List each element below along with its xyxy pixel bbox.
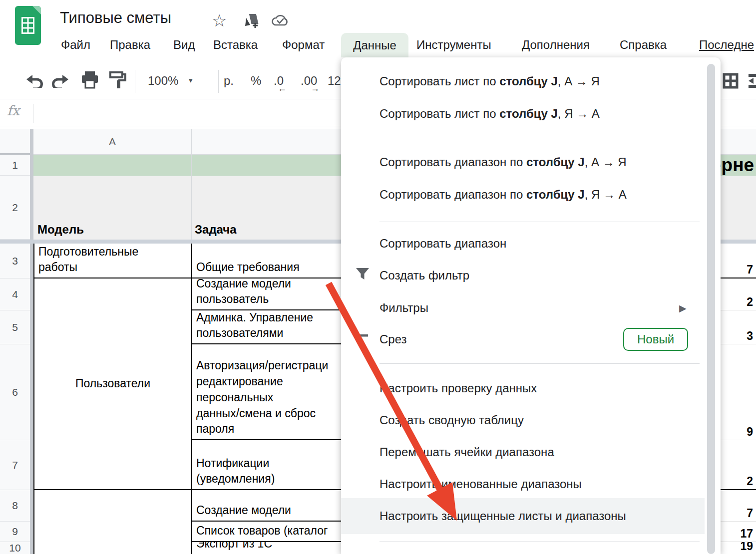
sheets-logo-icon[interactable] [15, 6, 41, 45]
menu-help[interactable]: Справка [620, 38, 667, 52]
zoom-control[interactable]: 100% [148, 74, 178, 88]
new-badge: Новый [623, 328, 688, 351]
more-formats-button[interactable]: 12 [328, 74, 341, 88]
cell-b9[interactable]: Список товаров (каталог [191, 522, 358, 542]
cell-b8[interactable]: Создание модели [191, 490, 358, 522]
increase-decimals-arrow-icon: → [311, 83, 320, 94]
cell-b7[interactable]: Нотификации (уведомления) [191, 440, 358, 490]
menu-insert[interactable]: Вставка [213, 38, 258, 52]
menu-item-text: Срез [379, 332, 407, 346]
cell-b4[interactable]: Создание модели пользователь [191, 278, 358, 310]
cell-j8[interactable]: 7 [721, 490, 756, 522]
menu-item-filters[interactable]: Фильтры ▶ [341, 292, 705, 324]
menu-item-named-ranges[interactable]: Настроить именованные диапазоны [341, 468, 705, 500]
menu-item-data-validation[interactable]: Настроить проверку данных [341, 372, 705, 404]
borders-button[interactable] [723, 73, 739, 91]
filter-icon [355, 267, 370, 284]
row-header-7[interactable]: 7 [0, 440, 30, 490]
menu-item-text-bold: столбцу J [526, 155, 585, 169]
redo-button[interactable] [51, 74, 70, 90]
row-header-2[interactable]: 2 [0, 176, 30, 240]
cell-j5[interactable]: 3 [721, 310, 756, 344]
cell-b5[interactable]: Админка. Управление пользователями [191, 310, 358, 344]
menu-item-text-bold: столбцу J [526, 188, 585, 201]
cell-j4[interactable]: 2 [721, 278, 756, 310]
toolbar-divider [218, 70, 219, 93]
cell-a4-merged[interactable]: Пользователи [33, 278, 191, 490]
menu-item-create-filter[interactable]: Создать фильтр [341, 260, 705, 291]
print-button[interactable] [81, 71, 99, 92]
menu-item-sort-sheet-za[interactable]: Сортировать лист по столбцу J, Я → А [341, 98, 705, 130]
row-header-4[interactable]: 4 [0, 278, 30, 310]
menu-scrollbar-thumb[interactable] [707, 64, 715, 554]
menu-item-protected-sheets-ranges[interactable]: Настроить защищенные листы и диапазоны [341, 498, 705, 534]
menu-data-active[interactable]: Данные [341, 33, 408, 57]
row-header-10[interactable]: 10 [0, 542, 30, 554]
cell-a3[interactable]: Подготовительные работы [33, 244, 191, 278]
slicer-icon [355, 332, 370, 346]
formula-bar-divider [33, 104, 33, 123]
cell-a8-merged[interactable] [33, 490, 191, 554]
menu-view[interactable]: Вид [173, 38, 195, 52]
menu-item-sort-range-az[interactable]: Сортировать диапазон по столбцу J, А → Я [341, 146, 705, 178]
document-title[interactable]: Типовые сметы [60, 9, 171, 27]
toolbar-divider [135, 70, 135, 93]
row-header-8[interactable]: 8 [0, 490, 30, 522]
menu-tools[interactable]: Инструменты [416, 38, 491, 52]
cell-j7[interactable]: 2 [721, 440, 756, 490]
cell-j10[interactable]: 19 [721, 542, 756, 554]
move-to-drive-icon[interactable] [243, 13, 260, 31]
menu-item-randomize-range[interactable]: Перемешать ячейки диапазона [341, 436, 705, 468]
menu-divider [379, 542, 700, 542]
cell-a2[interactable]: Модель [37, 223, 84, 237]
menu-item-pivot-table[interactable]: Создать сводную таблицу [341, 404, 705, 436]
menu-item-slicer[interactable]: Срез Новый [341, 323, 705, 355]
google-sheets-window: Типовые сметы ☆ Файл Правка Вид Вставка … [0, 0, 756, 554]
decrease-decimals-arrow-icon: ← [278, 83, 287, 94]
row-header-6[interactable]: 6 [0, 344, 30, 440]
row-header-3[interactable]: 3 [0, 244, 30, 278]
gridline [191, 155, 192, 240]
menu-edit[interactable]: Правка [110, 38, 150, 52]
menu-divider [379, 363, 700, 364]
percent-format-button[interactable]: % [251, 74, 261, 88]
cell-b6[interactable]: Авторизация/регистраци редактирование пе… [191, 344, 358, 440]
last-edit-link[interactable]: Последне [699, 38, 754, 52]
paint-format-button[interactable] [109, 71, 127, 92]
menu-file[interactable]: Файл [61, 38, 90, 52]
currency-format-button[interactable]: р. [224, 74, 234, 88]
row-header-9[interactable]: 9 [0, 522, 30, 542]
menu-item-text: Создать фильтр [379, 269, 469, 282]
fx-label: fx [7, 103, 19, 118]
select-all-corner[interactable] [0, 129, 30, 155]
zoom-caret-icon: ▾ [189, 76, 193, 85]
cloud-saved-icon[interactable] [271, 13, 289, 29]
menu-item-text-bold: столбцу J [499, 107, 558, 120]
menu-item-sort-range[interactable]: Сортировать диапазон [341, 228, 705, 260]
menu-item-text-bold: столбцу J [499, 74, 558, 88]
menu-format[interactable]: Формат [282, 38, 325, 52]
row-header-1[interactable]: 1 [0, 155, 30, 176]
menu-item-sort-sheet-az[interactable]: Сортировать лист по столбцу J, А → Я [341, 65, 705, 97]
star-icon[interactable]: ☆ [212, 12, 227, 29]
menu-divider [379, 222, 700, 222]
frozen-column-bar[interactable] [30, 129, 33, 554]
cell-j9[interactable]: 17 [721, 522, 756, 542]
menu-divider [379, 139, 700, 139]
cell-j6[interactable]: 9 [721, 344, 756, 440]
sheets-logo-grid [21, 17, 34, 34]
cell-b2[interactable]: Задача [195, 223, 237, 237]
menu-item-text: , А → Я [585, 155, 627, 169]
row-header-5[interactable]: 5 [0, 310, 30, 344]
merge-cells-button[interactable] [748, 73, 756, 91]
menu-item-text: Сортировать лист по [379, 107, 499, 120]
menu-item-text: Фильтры [379, 301, 428, 315]
menu-addons[interactable]: Дополнения [522, 38, 590, 52]
menu-item-text: Сортировать лист по [379, 74, 499, 88]
cell-b3[interactable]: Общие требования [191, 244, 358, 278]
cell-j3[interactable]: 7 [721, 244, 756, 278]
undo-button[interactable] [25, 74, 44, 90]
cell-b10[interactable]: Экспорт из 1С [191, 542, 358, 554]
menu-item-sort-range-za[interactable]: Сортировать диапазон по столбцу J, Я → А [341, 179, 705, 211]
column-header-a[interactable]: A [33, 129, 191, 155]
